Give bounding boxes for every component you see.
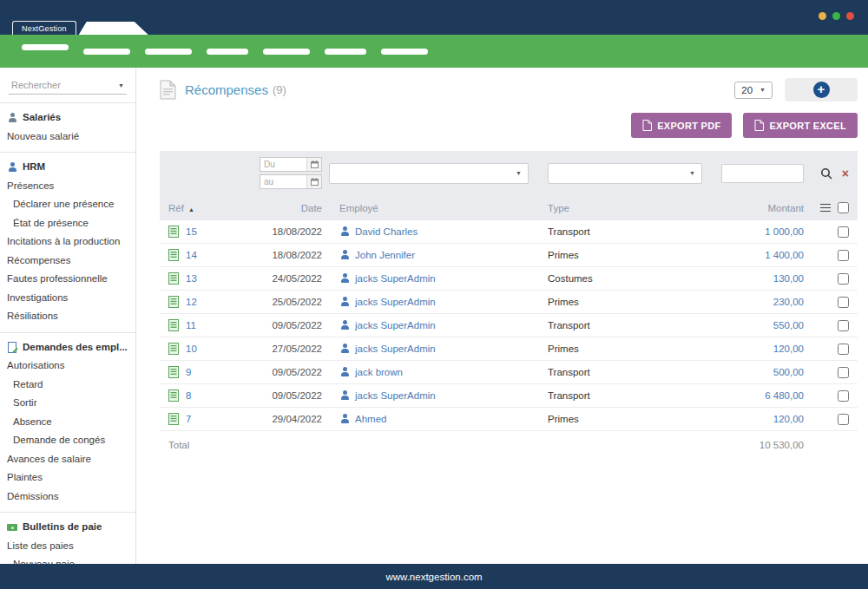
reward-type: Transport: [548, 367, 721, 377]
clear-filters-icon[interactable]: ×: [842, 167, 849, 180]
column-header-amount[interactable]: Montant: [721, 203, 804, 213]
sidebar-item[interactable]: Nouveau salarié: [0, 128, 135, 147]
window-close-icon[interactable]: [846, 12, 854, 20]
nav-menu-item-placeholder[interactable]: [325, 49, 366, 55]
window-minimize-icon[interactable]: [819, 12, 826, 20]
reward-type: Primes: [548, 250, 721, 260]
column-header-type[interactable]: Type: [548, 203, 721, 213]
reward-ref-link[interactable]: 15: [186, 226, 197, 237]
sidebar-item-label: Nouveau paie: [13, 558, 75, 564]
row-checkbox[interactable]: [838, 344, 849, 355]
sidebar-item[interactable]: Sortir: [0, 394, 135, 413]
reward-ref-link[interactable]: 9: [186, 367, 191, 377]
sidebar-item[interactable]: Plaintes: [0, 468, 135, 488]
export-pdf-button[interactable]: EXPORT PDF: [631, 113, 732, 138]
nav-menu-item-placeholder[interactable]: [207, 49, 248, 55]
employee-link[interactable]: jacks SuperAdmin: [355, 320, 436, 330]
employee-link[interactable]: John Jennifer: [355, 250, 415, 260]
reward-ref-link[interactable]: 8: [186, 390, 191, 401]
sidebar-item[interactable]: État de présence: [0, 214, 135, 233]
sidebar-search-select[interactable]: Rechercher ▼: [9, 76, 127, 95]
row-checkbox[interactable]: [838, 273, 849, 285]
reward-ref-link[interactable]: 7: [186, 414, 191, 424]
calendar-icon[interactable]: [306, 158, 321, 171]
nav-menu-item-placeholder[interactable]: [263, 49, 310, 55]
sidebar-item-label: Demande de congés: [13, 434, 105, 448]
reward-date: 24/05/2022: [247, 273, 329, 284]
employee-filter-select[interactable]: ▼: [329, 163, 529, 184]
sidebar-item-label: Absence: [13, 416, 52, 429]
sidebar-item[interactable]: Retard: [0, 376, 135, 395]
reward-ref-link[interactable]: 13: [186, 273, 197, 284]
employee-link[interactable]: Ahmed: [355, 414, 386, 424]
window-maximize-icon[interactable]: [832, 12, 840, 20]
list-view-icon[interactable]: [820, 204, 831, 212]
main-content: Récompenses (9) 20 ▼ + EXPORT PDF EXPORT…: [137, 68, 868, 564]
reward-ref-link[interactable]: 14: [186, 250, 197, 260]
sidebar-item[interactable]: Absence: [0, 413, 135, 432]
reward-file-icon: [168, 366, 179, 378]
nav-menu-item-placeholder[interactable]: [145, 49, 192, 55]
row-checkbox[interactable]: [838, 226, 849, 238]
sidebar-item[interactable]: Déclarer une présence: [0, 195, 135, 214]
select-all-checkbox[interactable]: [838, 202, 849, 213]
calendar-icon[interactable]: [306, 175, 321, 188]
add-reward-button[interactable]: +: [813, 82, 830, 98]
reward-type: Primes: [548, 414, 721, 424]
row-checkbox[interactable]: [838, 390, 849, 402]
sidebar-item[interactable]: Demandes des empl...: [0, 338, 135, 357]
brand-logo[interactable]: NextGestion: [12, 21, 76, 35]
type-filter-select[interactable]: ▼: [548, 163, 702, 184]
active-tab-placeholder[interactable]: [79, 22, 148, 35]
table-row: 9 09/05/2022 jack brown Transport 500,00: [160, 361, 858, 384]
reward-ref-link[interactable]: 12: [186, 297, 197, 307]
sidebar-item[interactable]: Démissions: [0, 488, 135, 507]
sidebar-item[interactable]: HRM: [0, 158, 135, 177]
sidebar-item[interactable]: Nouveau paie: [0, 555, 135, 564]
sidebar-item[interactable]: Liste des paies: [0, 537, 135, 556]
sidebar-item[interactable]: Présences: [0, 177, 135, 196]
sidebar-item-label: Démissions: [7, 490, 58, 504]
sidebar-item[interactable]: Salariés: [0, 108, 135, 128]
row-checkbox[interactable]: [838, 367, 849, 378]
sidebar-item[interactable]: Avances de salaire: [0, 450, 135, 469]
employee-link[interactable]: jacks SuperAdmin: [355, 297, 436, 307]
row-checkbox[interactable]: [838, 250, 849, 261]
document-icon: [160, 80, 176, 100]
sidebar-item[interactable]: Investigations: [0, 289, 135, 308]
sidebar-item[interactable]: Bulletins de paie: [0, 518, 135, 537]
column-header-ref[interactable]: Réf ▲: [168, 203, 247, 213]
page-size-select[interactable]: 20 ▼: [734, 82, 773, 99]
reward-ref-link[interactable]: 10: [186, 344, 197, 354]
reward-type: Transport: [548, 390, 721, 401]
row-checkbox[interactable]: [838, 320, 849, 331]
sidebar-item[interactable]: Fautes professionnelle: [0, 270, 135, 289]
column-header-ref-label: Réf: [168, 203, 184, 213]
column-header-date[interactable]: Date: [247, 203, 329, 213]
sidebar-item[interactable]: Demande de congés: [0, 431, 135, 450]
employee-link[interactable]: jacks SuperAdmin: [355, 390, 436, 401]
employee-link[interactable]: jacks SuperAdmin: [355, 344, 436, 354]
sidebar-item[interactable]: Récompenses: [0, 252, 135, 271]
nav-menu-item-placeholder[interactable]: [22, 44, 69, 50]
table-row: 12 25/05/2022 jacks SuperAdmin Primes 23…: [160, 291, 858, 314]
employee-link[interactable]: jack brown: [355, 367, 403, 377]
employee-link[interactable]: David Charles: [355, 226, 418, 237]
employee-icon: [339, 250, 350, 260]
sidebar-item[interactable]: Résiliations: [0, 307, 135, 326]
export-excel-button[interactable]: EXPORT EXCEL: [743, 113, 858, 138]
employee-link[interactable]: jacks SuperAdmin: [355, 273, 436, 284]
sidebar-item[interactable]: Autorisations: [0, 357, 135, 376]
sidebar-item[interactable]: Incitations à la production: [0, 232, 135, 252]
date-to-input[interactable]: [260, 175, 306, 188]
row-checkbox[interactable]: [838, 297, 849, 308]
date-from-input[interactable]: [260, 158, 306, 171]
column-header-employee[interactable]: Employé: [329, 203, 548, 213]
search-icon[interactable]: [820, 167, 832, 180]
row-checkbox[interactable]: [838, 414, 849, 425]
footer-url[interactable]: www.nextgestion.com: [385, 572, 482, 582]
nav-menu-item-placeholder[interactable]: [381, 49, 428, 55]
reward-ref-link[interactable]: 11: [186, 320, 196, 330]
nav-menu-item-placeholder[interactable]: [83, 49, 130, 55]
amount-filter-input[interactable]: [721, 164, 804, 183]
